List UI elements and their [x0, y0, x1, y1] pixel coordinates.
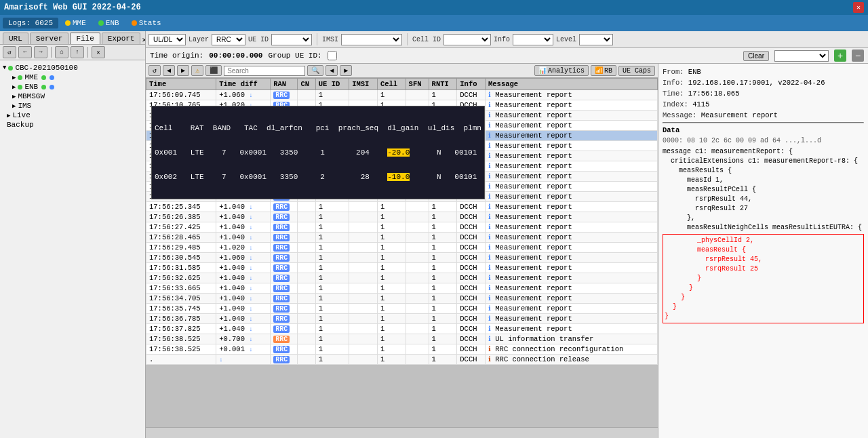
cell-sfn — [406, 334, 429, 344]
tab-server[interactable]: Server — [30, 33, 69, 44]
enb-menu[interactable]: ENB — [93, 18, 125, 28]
hex-data: 0000: 08 10 2c 6c 00 09 ad 64 ...,l...d — [663, 137, 864, 144]
cell-info: DCCH — [457, 202, 486, 212]
cell-time: 17:56:25.345 — [146, 202, 216, 212]
clear-select[interactable] — [774, 50, 829, 62]
cell-timediff: +1.040 ↓ — [216, 283, 271, 294]
tree-item-backup[interactable]: Backup — [1, 120, 144, 130]
cell-message: ℹ Measurement report — [485, 192, 657, 202]
cell-timediff: +1.040 ↓ — [216, 222, 271, 233]
uecaps-button[interactable]: UE Caps — [618, 66, 655, 76]
group-ueid-checkbox[interactable] — [328, 51, 337, 60]
search-input[interactable] — [224, 66, 305, 76]
stop-button[interactable]: ⬛ — [205, 65, 222, 76]
cell-rnti: 1 — [429, 212, 457, 222]
table-row[interactable]: 17:56:30.545+1.060 ↓RRC111DCCHℹ Measurem… — [146, 253, 658, 263]
prev-button[interactable]: ◀ — [163, 65, 175, 76]
tree-item-ims[interactable]: ▶ IMS — [1, 101, 144, 111]
add-button[interactable]: + — [834, 49, 846, 62]
table-row[interactable]: 17:56:38.525+0.001 ↓RRC111DCCHℹ RRC conn… — [146, 344, 658, 355]
cell-cell: 1 — [377, 294, 406, 304]
next-button[interactable]: ▶ — [177, 65, 189, 76]
tree-arrow-enb: ▶ — [12, 83, 16, 91]
tree-item-mme[interactable]: ▶ MME — [1, 73, 144, 82]
remove-button[interactable]: − — [852, 49, 864, 62]
tab-file[interactable]: File — [70, 33, 100, 44]
ueid-select[interactable] — [271, 34, 312, 45]
refresh-log-button[interactable]: ↺ — [149, 65, 161, 76]
cell-timediff: +1.060 ↓ — [216, 253, 271, 263]
close-sidebar-button[interactable]: ✕ — [92, 46, 105, 58]
stats-menu[interactable]: Stats — [126, 18, 167, 28]
index-value: 4115 — [692, 100, 709, 108]
forward-button[interactable]: → — [34, 46, 47, 58]
cell-info: DCCH — [457, 344, 486, 355]
cell-rnti: 1 — [429, 355, 457, 365]
cell-info: DCCH — [457, 304, 486, 314]
mme-dot — [65, 20, 71, 26]
up-button[interactable]: ↑ — [71, 46, 84, 58]
cell-sfn — [406, 324, 429, 334]
table-row[interactable]: 17:56:32.625+1.040 ↓RRC111DCCHℹ Measurem… — [146, 273, 658, 283]
table-row[interactable]: 17:56:36.785+1.040 ↓RRC111DCCHℹ Measurem… — [146, 314, 658, 324]
analytics-button[interactable]: 📊 Analytics — [534, 65, 589, 76]
tree-item-live[interactable]: ▶ Live — [1, 111, 144, 120]
cell-imsi — [349, 294, 378, 304]
time-origin-label: Time origin: — [150, 52, 203, 60]
tab-url[interactable]: URL — [3, 33, 28, 44]
table-row[interactable]: 17:56:09.745+1.060 ↓RRC111DCCHℹ Measurem… — [146, 90, 658, 100]
logs-menu[interactable]: Logs: 6025 — [3, 18, 58, 28]
cell-sfn — [406, 222, 429, 233]
table-row[interactable]: 17:56:25.345+1.040 ↓RRC111DCCHℹ Measurem… — [146, 202, 658, 212]
refresh-button[interactable]: ↺ — [3, 46, 16, 58]
cell-ran: RRC — [271, 334, 298, 344]
cell-ran: RRC — [271, 90, 298, 100]
tree-item-mbmsgw[interactable]: ▶ MBMSGW — [1, 92, 144, 101]
close-button[interactable]: ✕ — [853, 2, 864, 13]
imsi-select[interactable] — [341, 34, 402, 45]
table-row[interactable]: 17:56:35.745+1.040 ↓RRC111DCCHℹ Measurem… — [146, 304, 658, 314]
table-row[interactable]: 17:56:34.705+1.040 ↓RRC111DCCHℹ Measurem… — [146, 294, 658, 304]
table-row[interactable]: 17:56:31.585+1.040 ↓RRC111DCCHℹ Measurem… — [146, 263, 658, 273]
table-row[interactable]: 17:56:26.385+1.040 ↓RRC111DCCHℹ Measurem… — [146, 212, 658, 222]
clear-button[interactable]: Clear — [743, 51, 769, 61]
table-row[interactable]: 17:56:29.485+1.020 ↓RRC111DCCHℹ Measurem… — [146, 243, 658, 253]
search-icon-button[interactable]: 🔍 — [307, 65, 323, 76]
ctrl-sep1 — [317, 33, 317, 45]
cell-time: 17:56:38.525 — [146, 344, 216, 355]
table-row[interactable]: . ↓RRC111DCCHℹ RRC connection release — [146, 355, 658, 365]
nav-right-button[interactable]: ▶ — [340, 65, 352, 76]
table-row[interactable]: 17:56:33.665+1.040 ↓RRC111DCCHℹ Measurem… — [146, 283, 658, 294]
cell-cell: 1 — [377, 314, 406, 324]
rb-button[interactable]: 📶 RB — [591, 65, 616, 76]
home-button[interactable]: ⌂ — [55, 46, 68, 58]
horizontal-scrollbar[interactable] — [146, 427, 658, 438]
layer-select[interactable]: RRC — [212, 34, 245, 45]
cell-message: ℹ Measurement report — [485, 90, 657, 100]
cell-cell: 1 — [377, 324, 406, 334]
table-row[interactable]: 17:56:28.465+1.040 ↓RRC111DCCHℹ Measurem… — [146, 233, 658, 243]
cell-message: ℹ Measurement report — [485, 314, 657, 324]
uldl-select[interactable]: UL/DL — [149, 34, 186, 45]
cell-message: ℹ Measurement report — [485, 222, 657, 233]
level-select[interactable] — [579, 34, 613, 45]
cell-cn — [298, 233, 315, 243]
nav-left-button[interactable]: ◀ — [326, 65, 338, 76]
table-row[interactable]: 17:56:38.525+0.700 ↓RRC111DCCHℹ UL infor… — [146, 334, 658, 344]
table-row[interactable]: 17:56:37.825+1.040 ↓RRC111DCCHℹ Measurem… — [146, 324, 658, 334]
tree-item-enb[interactable]: ▶ ENB — [1, 82, 144, 92]
table-row[interactable]: 17:56:27.425+1.040 ↓RRC111DCCHℹ Measurem… — [146, 222, 658, 233]
cell-message: ℹ Measurement report — [485, 141, 657, 151]
cell-message: ℹ Measurement report — [485, 233, 657, 243]
mme-menu[interactable]: MME — [60, 18, 92, 28]
cell-sfn — [406, 294, 429, 304]
cell-sfn — [406, 344, 429, 355]
cellid-select[interactable] — [443, 34, 491, 45]
tree-root[interactable]: ▼ CBC-2021050100 — [1, 63, 144, 73]
info-select[interactable] — [513, 34, 553, 45]
cell-imsi — [349, 212, 378, 222]
cell-cn — [298, 273, 315, 283]
warning-button[interactable]: ⚠ — [191, 65, 203, 76]
back-button[interactable]: ← — [18, 46, 32, 58]
tab-export[interactable]: Export — [102, 33, 141, 44]
